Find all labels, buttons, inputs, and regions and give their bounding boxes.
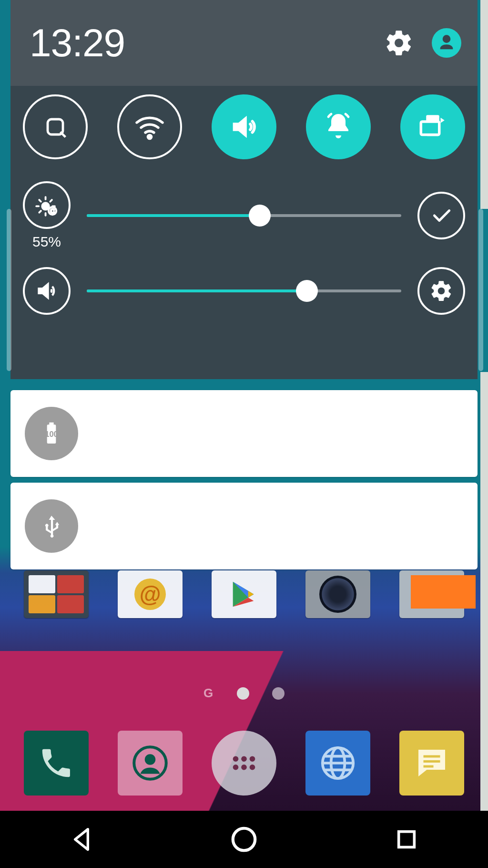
notification-battery[interactable]: 100: [10, 390, 478, 477]
toggle-qcircle[interactable]: [23, 94, 88, 159]
svg-point-23: [241, 765, 247, 770]
quick-toggle-row[interactable]: [23, 94, 465, 159]
app-camera[interactable]: [305, 570, 370, 618]
toggle-rotate[interactable]: [400, 94, 465, 159]
gear-small-icon: [429, 279, 453, 303]
svg-text:C: C: [51, 208, 55, 215]
home-icon: [229, 825, 259, 854]
svg-point-20: [241, 756, 247, 762]
dock-contacts[interactable]: [118, 731, 183, 796]
svg-line-10: [39, 200, 41, 202]
dock-app-drawer[interactable]: [212, 731, 276, 796]
status-panel-header: 13:29: [10, 0, 478, 86]
svg-rect-4: [421, 122, 439, 135]
page-indicator[interactable]: G: [0, 686, 488, 701]
nav-home[interactable]: [225, 820, 263, 858]
volume-settings-button[interactable]: [417, 267, 465, 315]
brightness-toggle[interactable]: C: [23, 181, 71, 229]
app-google-folder[interactable]: [24, 570, 89, 618]
nav-recent[interactable]: [387, 820, 426, 858]
app-mail[interactable]: @: [118, 570, 183, 618]
screen-edge: [480, 0, 488, 868]
svg-rect-34: [399, 832, 415, 847]
scroll-hint-right: [478, 209, 483, 371]
brightness-slider[interactable]: [87, 204, 401, 227]
apps-icon: [227, 746, 261, 780]
wifi-icon: [132, 110, 167, 144]
usb-icon: [25, 499, 78, 553]
svg-line-13: [50, 200, 52, 202]
svg-point-22: [233, 765, 239, 770]
globe-icon: [317, 743, 358, 784]
contacts-icon: [129, 742, 172, 785]
svg-point-21: [250, 756, 255, 762]
notification-usb[interactable]: [10, 483, 478, 569]
nav-back[interactable]: [62, 820, 101, 858]
person-icon: [437, 33, 456, 52]
bell-icon: [321, 110, 356, 144]
pager-dot-current: [237, 687, 249, 700]
svg-point-33: [233, 828, 255, 851]
back-icon: [66, 824, 97, 855]
pager-dot: [272, 687, 285, 700]
highlight-overlay: [411, 575, 476, 609]
speaker-icon: [227, 110, 261, 144]
navigation-bar: [0, 811, 488, 868]
auto-brightness-button[interactable]: [417, 192, 465, 239]
gear-icon: [384, 28, 414, 58]
message-icon: [412, 743, 452, 783]
app-playstore[interactable]: [212, 570, 276, 618]
dock: [0, 725, 488, 801]
phone-icon: [38, 744, 75, 782]
dock-browser[interactable]: [305, 731, 370, 796]
scroll-hint-left: [7, 209, 11, 371]
brightness-icon: C: [33, 191, 61, 219]
brightness-value: 55%: [32, 234, 61, 250]
volume-slider[interactable]: [87, 279, 401, 303]
svg-point-19: [233, 756, 239, 762]
battery-100-icon: 100: [25, 407, 78, 460]
brightness-row: C 55%: [23, 181, 465, 250]
pager-label: G: [203, 686, 214, 701]
recent-icon: [393, 826, 420, 853]
settings-button[interactable]: [382, 26, 416, 60]
rotate-icon: [417, 111, 448, 143]
svg-point-24: [250, 765, 255, 770]
quick-settings-panel: C 55%: [10, 86, 478, 379]
toggle-sound[interactable]: [212, 94, 276, 159]
svg-point-5: [42, 203, 49, 210]
clock[interactable]: 13:29: [30, 21, 125, 65]
volume-row: [23, 267, 465, 315]
svg-text:100: 100: [45, 430, 58, 438]
toggle-wifi[interactable]: [117, 94, 182, 159]
check-icon: [429, 204, 453, 227]
dock-messages[interactable]: [399, 731, 464, 796]
svg-line-12: [39, 211, 41, 213]
volume-icon-button[interactable]: [23, 267, 71, 315]
toggle-notifications[interactable]: [306, 94, 371, 159]
volume-icon: [33, 278, 60, 304]
svg-point-18: [145, 754, 156, 765]
avatar: [432, 28, 461, 58]
profile-button[interactable]: [430, 26, 463, 60]
qcircle-icon: [40, 112, 71, 142]
dock-phone[interactable]: [24, 731, 89, 796]
svg-point-2: [148, 135, 151, 138]
